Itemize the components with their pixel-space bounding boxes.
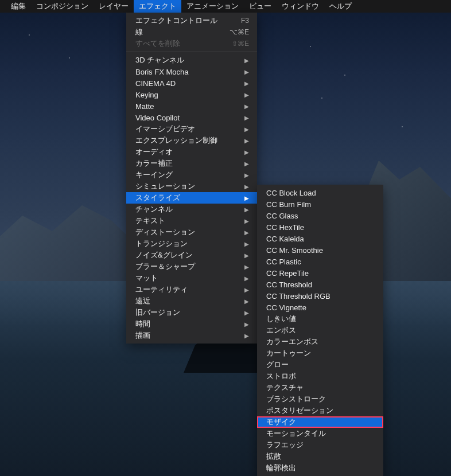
- menu-item-label: グロー: [266, 360, 289, 370]
- menu-item-label: ユーティリティ: [135, 284, 188, 295]
- menu-item-label: ディストーション: [135, 227, 195, 237]
- menu-item-label: 旧バージョン: [135, 307, 180, 318]
- menu-item-label: 輪郭検出: [266, 463, 296, 473]
- menu-item-label: ポスタリゼーション: [266, 405, 333, 416]
- menu-item-label: 描画: [135, 330, 150, 341]
- effect-category-item-0[interactable]: 3D チャンネル▶: [126, 54, 257, 66]
- effect-category-item-5[interactable]: Video Copilot▶: [126, 112, 257, 123]
- stylize-item-9[interactable]: CC Threshold RGB: [257, 290, 383, 302]
- menu-item-label: 3D チャンネル: [135, 55, 184, 65]
- menu-edit[interactable]: 編集: [6, 0, 31, 13]
- submenu-arrow-icon: ▶: [244, 149, 249, 155]
- stylize-item-16[interactable]: ストロボ: [257, 370, 383, 382]
- menu-item-label: 遠近: [135, 296, 150, 306]
- stylize-item-13[interactable]: カラーエンボス: [257, 336, 383, 348]
- submenu-arrow-icon: ▶: [244, 57, 249, 64]
- menu-effect[interactable]: エフェクト: [134, 0, 181, 13]
- effect-category-item-1[interactable]: Boris FX Mocha▶: [126, 66, 257, 77]
- menu-item-label: Keying: [135, 91, 158, 99]
- menu-item-label: スタイライズ: [135, 193, 180, 203]
- submenu-arrow-icon: ▶: [244, 69, 249, 75]
- menu-item-label: モーションタイル: [266, 428, 326, 439]
- menu-item-label: モザイク: [266, 417, 296, 427]
- stylize-item-23[interactable]: 拡散: [257, 451, 383, 462]
- stylize-item-15[interactable]: グロー: [257, 359, 383, 370]
- submenu-arrow-icon: ▶: [244, 333, 249, 339]
- menu-item-label: テクスチャ: [266, 383, 304, 393]
- menu-item-label: 時間: [135, 319, 150, 329]
- menu-view[interactable]: ビュー: [244, 0, 277, 13]
- stylize-item-12[interactable]: エンボス: [257, 325, 383, 336]
- stylize-item-2[interactable]: CC Glass: [257, 210, 383, 221]
- menu-item-label: ブラー＆シャープ: [135, 262, 195, 272]
- stylize-item-14[interactable]: カートゥーン: [257, 348, 383, 359]
- submenu-arrow-icon: ▶: [244, 321, 249, 327]
- menu-layer[interactable]: レイヤー: [94, 0, 134, 13]
- stylize-item-8[interactable]: CC Threshold: [257, 279, 383, 290]
- stylize-item-20[interactable]: モザイク: [257, 416, 383, 428]
- menu-item-label: CC Mr. Smoothie: [266, 246, 323, 255]
- stylize-item-17[interactable]: テクスチャ: [257, 382, 383, 393]
- stylize-item-4[interactable]: CC Kaleida: [257, 233, 383, 244]
- stylize-item-22[interactable]: ラフエッジ: [257, 439, 383, 451]
- effect-category-item-4[interactable]: Matte▶: [126, 100, 257, 112]
- stylize-item-3[interactable]: CC HexTile: [257, 221, 383, 233]
- menu-item-shortcut: F3: [241, 17, 249, 25]
- effect-category-item-7[interactable]: エクスプレッション制御▶: [126, 135, 257, 146]
- menu-item-label: ノイズ&グレイン: [135, 250, 193, 260]
- submenu-arrow-icon: ▶: [244, 287, 249, 293]
- stylize-item-18[interactable]: ブラシストローク: [257, 393, 383, 405]
- submenu-arrow-icon: ▶: [244, 92, 249, 98]
- effect-category-item-22[interactable]: 旧バージョン▶: [126, 307, 257, 318]
- effect-category-item-16[interactable]: トランジション▶: [126, 238, 257, 249]
- effect-category-item-14[interactable]: テキスト▶: [126, 215, 257, 227]
- stylize-item-10[interactable]: CC Vignette: [257, 302, 383, 313]
- effect-category-item-24[interactable]: 描画▶: [126, 330, 257, 341]
- stylize-item-5[interactable]: CC Mr. Smoothie: [257, 244, 383, 256]
- menu-help[interactable]: ヘルプ: [324, 0, 357, 13]
- menu-composition[interactable]: コンポジション: [31, 0, 94, 13]
- menu-item-label: マット: [135, 273, 158, 283]
- effect-category-item-6[interactable]: イマーシブビデオ▶: [126, 123, 257, 135]
- submenu-arrow-icon: ▶: [244, 241, 249, 247]
- effect-category-item-8[interactable]: オーディオ▶: [126, 146, 257, 158]
- menu-item-label: エンボス: [266, 325, 296, 335]
- submenu-arrow-icon: ▶: [244, 161, 249, 167]
- menu-animation[interactable]: アニメーション: [181, 0, 244, 13]
- stylize-item-0[interactable]: CC Block Load: [257, 187, 383, 198]
- effect-category-item-13[interactable]: チャンネル▶: [126, 204, 257, 215]
- stylize-item-19[interactable]: ポスタリゼーション: [257, 405, 383, 416]
- stylize-item-11[interactable]: しきい値: [257, 313, 383, 325]
- menu-item-label: テキスト: [135, 216, 165, 226]
- effect-category-item-20[interactable]: ユーティリティ▶: [126, 284, 257, 295]
- effect-category-item-19[interactable]: マット▶: [126, 272, 257, 284]
- menu-item-label: 拡散: [266, 451, 281, 462]
- menu-item-label: CC Threshold RGB: [266, 292, 331, 301]
- effect-category-item-21[interactable]: 遠近▶: [126, 295, 257, 307]
- effect-category-item-2[interactable]: CINEMA 4D▶: [126, 77, 257, 89]
- effect-category-item-18[interactable]: ブラー＆シャープ▶: [126, 261, 257, 272]
- menu-item-label: オーディオ: [135, 147, 173, 157]
- menu-window[interactable]: ウィンドウ: [277, 0, 324, 13]
- effect-menu-item-1[interactable]: 線⌥⌘E: [126, 26, 257, 38]
- submenu-arrow-icon: ▶: [244, 195, 249, 201]
- stylize-item-6[interactable]: CC Plastic: [257, 256, 383, 267]
- stylize-submenu-dropdown: CC Block LoadCC Burn FilmCC GlassCC HexT…: [257, 185, 383, 476]
- stylize-item-1[interactable]: CC Burn Film: [257, 198, 383, 210]
- stylize-item-7[interactable]: CC RepeTile: [257, 267, 383, 279]
- stylize-item-21[interactable]: モーションタイル: [257, 428, 383, 439]
- effect-category-item-9[interactable]: カラー補正▶: [126, 158, 257, 169]
- effect-menu-item-0[interactable]: エフェクトコントロールF3: [126, 15, 257, 26]
- effect-category-item-3[interactable]: Keying▶: [126, 89, 257, 100]
- effect-category-item-17[interactable]: ノイズ&グレイン▶: [126, 249, 257, 261]
- effect-category-item-12[interactable]: スタイライズ▶: [126, 192, 257, 204]
- menu-item-label: カラー補正: [135, 158, 173, 169]
- effect-category-item-15[interactable]: ディストーション▶: [126, 227, 257, 238]
- submenu-arrow-icon: ▶: [244, 252, 249, 259]
- effect-category-item-10[interactable]: キーイング▶: [126, 169, 257, 181]
- submenu-arrow-icon: ▶: [244, 138, 249, 144]
- submenu-arrow-icon: ▶: [244, 310, 249, 316]
- effect-category-item-11[interactable]: シミュレーション▶: [126, 181, 257, 192]
- effect-category-item-23[interactable]: 時間▶: [126, 318, 257, 330]
- stylize-item-24[interactable]: 輪郭検出: [257, 462, 383, 474]
